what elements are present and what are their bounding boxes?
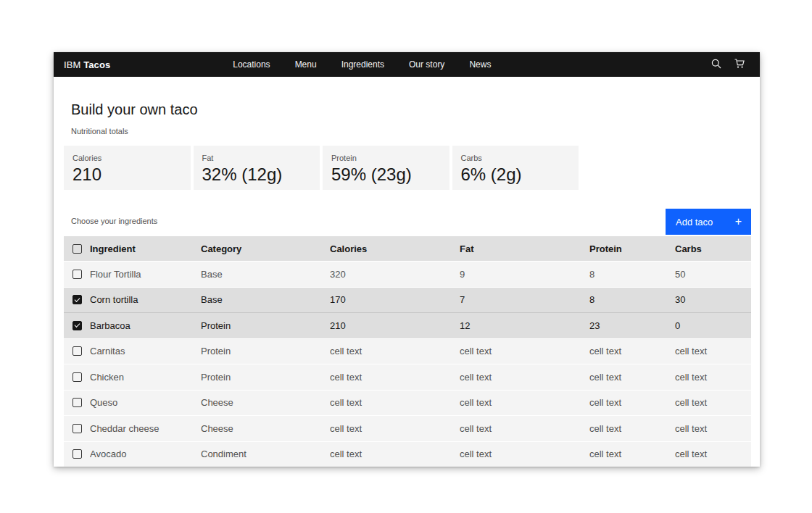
select-all-checkbox[interactable] xyxy=(72,244,82,254)
choose-ingredients-label: Choose your ingredients xyxy=(71,217,157,225)
tile-label: Fat xyxy=(202,154,312,163)
top-navbar: IBM Tacos LocationsMenuIngredientsOur st… xyxy=(54,52,760,77)
nutritional-totals-tiles: Calories210Fat32% (12g)Protein59% (23g)C… xyxy=(64,146,579,190)
row-checkbox-cell xyxy=(64,372,90,382)
tile-label: Carbs xyxy=(461,154,571,163)
table-row-carnitas[interactable]: CarnitasProteincell textcell textcell te… xyxy=(64,338,751,364)
nav-item-menu[interactable]: Menu xyxy=(283,52,329,77)
cell-fat: 12 xyxy=(460,320,589,331)
row-checkbox[interactable] xyxy=(72,321,82,330)
cell-fat: cell text xyxy=(460,372,589,383)
cell-category: Cheese xyxy=(201,397,330,408)
cell-ingredient: Avocado xyxy=(90,449,201,459)
row-checkbox-cell xyxy=(64,398,90,407)
total-tile-carbs: Carbs6% (2g) xyxy=(452,146,579,190)
row-checkbox[interactable] xyxy=(72,398,82,407)
row-checkbox[interactable] xyxy=(72,449,82,459)
nutritional-totals-label: Nutritional totals xyxy=(71,128,760,135)
cell-calories: 170 xyxy=(330,294,460,305)
column-header-protein: Protein xyxy=(589,243,675,254)
add-taco-button[interactable]: Add taco + xyxy=(666,209,751,235)
column-header-calories: Calories xyxy=(330,243,460,254)
brand-prefix: IBM xyxy=(64,59,80,70)
cell-fat: 7 xyxy=(460,294,589,305)
cell-protein: cell text xyxy=(589,449,675,459)
nav-item-ingredients[interactable]: Ingredients xyxy=(329,52,397,77)
ingredients-toolbar: Choose your ingredients Add taco + xyxy=(64,209,751,235)
tile-value: 59% (23g) xyxy=(331,164,441,185)
table-row-flour-tortilla[interactable]: Flour TortillaBase3209850 xyxy=(64,261,751,287)
nav-item-locations[interactable]: Locations xyxy=(220,52,282,77)
cell-protein: 23 xyxy=(589,320,675,331)
table-row-corn-tortilla[interactable]: Corn tortillaBase1707830 xyxy=(64,287,751,313)
cell-ingredient: Corn tortilla xyxy=(90,294,201,305)
cell-protein: cell text xyxy=(589,423,675,434)
table-header-row: IngredientCategoryCaloriesFatProteinCarb… xyxy=(64,236,751,261)
cell-carbs: cell text xyxy=(675,449,751,459)
brand-name: Tacos xyxy=(83,59,110,70)
table-row-cheddar-cheese[interactable]: Cheddar cheeseCheesecell textcell textce… xyxy=(64,415,751,441)
add-taco-label: Add taco xyxy=(676,217,713,228)
cell-category: Protein xyxy=(201,372,330,383)
cell-calories: 320 xyxy=(330,269,460,280)
cell-protein: 8 xyxy=(589,269,675,280)
row-checkbox-cell xyxy=(64,424,90,433)
cell-fat: cell text xyxy=(460,346,589,356)
cell-ingredient: Carnitas xyxy=(90,346,201,356)
total-tile-fat: Fat32% (12g) xyxy=(194,146,320,190)
cell-carbs: cell text xyxy=(675,423,751,434)
cell-calories: 210 xyxy=(330,320,460,331)
app-window: IBM Tacos LocationsMenuIngredientsOur st… xyxy=(54,52,760,467)
plus-icon: + xyxy=(735,216,742,228)
table-row-barbacoa[interactable]: BarbacoaProtein21012230 xyxy=(64,312,751,338)
cell-calories: cell text xyxy=(330,397,460,408)
cell-protein: 8 xyxy=(589,294,675,305)
page-content: Build your own taco Nutritional totals C… xyxy=(54,77,760,467)
table-row-avocado[interactable]: AvocadoCondimentcell textcell textcell t… xyxy=(64,441,751,467)
cell-carbs: cell text xyxy=(675,346,751,356)
cell-calories: cell text xyxy=(330,346,460,356)
cell-carbs: 50 xyxy=(675,269,751,280)
cell-ingredient: Cheddar cheese xyxy=(90,423,201,434)
cell-fat: 9 xyxy=(460,269,589,280)
total-tile-calories: Calories210 xyxy=(64,146,191,190)
cell-ingredient: Queso xyxy=(90,397,201,408)
row-checkbox[interactable] xyxy=(72,295,82,304)
brand-home-link[interactable]: IBM Tacos xyxy=(64,59,110,70)
column-header-ingredient: Ingredient xyxy=(90,243,201,254)
cell-ingredient: Flour Tortilla xyxy=(90,269,201,280)
row-checkbox[interactable] xyxy=(72,270,82,279)
column-header-carbs: Carbs xyxy=(675,243,751,254)
cell-category: Cheese xyxy=(201,423,330,434)
cell-protein: cell text xyxy=(589,372,675,383)
cell-calories: cell text xyxy=(330,423,460,434)
total-tile-protein: Protein59% (23g) xyxy=(323,146,450,190)
nav-item-our-story[interactable]: Our story xyxy=(397,52,457,77)
row-checkbox[interactable] xyxy=(72,372,82,382)
ingredients-table: IngredientCategoryCaloriesFatProteinCarb… xyxy=(64,236,751,467)
column-header-fat: Fat xyxy=(460,243,589,254)
table-row-queso[interactable]: QuesoCheesecell textcell textcell textce… xyxy=(64,390,751,416)
header-checkbox-cell xyxy=(64,244,90,254)
table-row-chicken[interactable]: ChickenProteincell textcell textcell tex… xyxy=(64,364,751,390)
tile-label: Protein xyxy=(331,154,441,163)
cell-fat: cell text xyxy=(460,397,589,408)
nav-actions xyxy=(705,52,751,77)
cell-ingredient: Barbacoa xyxy=(90,320,201,331)
cart-button[interactable] xyxy=(728,52,751,77)
cell-fat: cell text xyxy=(460,449,589,459)
row-checkbox-cell xyxy=(64,321,90,330)
shopping-cart-icon xyxy=(734,58,745,72)
table-body: Flour TortillaBase3209850Corn tortillaBa… xyxy=(64,261,751,467)
cell-calories: cell text xyxy=(330,372,460,383)
cell-carbs: cell text xyxy=(675,372,751,383)
row-checkbox-cell xyxy=(64,295,90,304)
cell-carbs: 30 xyxy=(675,294,751,305)
cell-protein: cell text xyxy=(589,346,675,356)
nav-item-news[interactable]: News xyxy=(457,52,503,77)
row-checkbox[interactable] xyxy=(72,346,82,356)
cell-category: Condiment xyxy=(201,449,330,459)
tile-value: 6% (2g) xyxy=(461,164,571,185)
row-checkbox[interactable] xyxy=(72,424,82,433)
search-button[interactable] xyxy=(705,52,728,77)
